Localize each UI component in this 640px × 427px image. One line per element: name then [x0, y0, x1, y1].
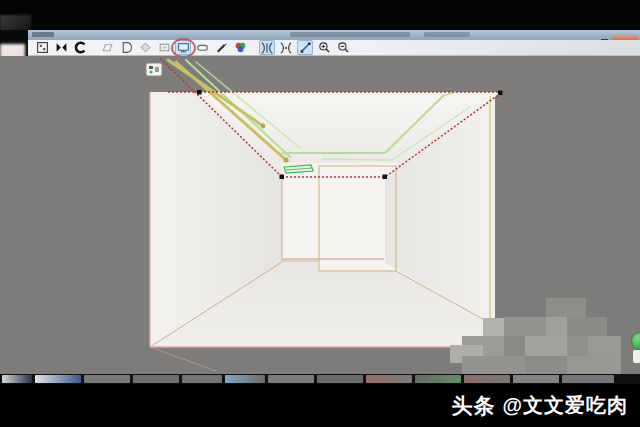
butterfly-left-icon[interactable]	[259, 40, 275, 55]
taskbar-button[interactable]	[182, 375, 222, 383]
photo-canvas[interactable]	[150, 92, 500, 371]
taskbar-button[interactable]	[415, 375, 461, 383]
titlebar-title-smudge-2	[424, 32, 470, 37]
parallelogram-icon[interactable]	[99, 40, 115, 55]
diamond-icon[interactable]	[137, 40, 153, 55]
rotate-icon[interactable]	[72, 40, 88, 55]
taskbar-button[interactable]	[464, 375, 510, 383]
screenshot-root: { "watermark": { "brand": "头条", "account…	[0, 0, 640, 427]
photo-match-scene	[0, 56, 640, 374]
taskbar-button[interactable]	[513, 375, 559, 383]
bottom-watermark-bar: 头条 @文文爱吃肉	[0, 384, 640, 427]
taskbar-button[interactable]	[133, 375, 179, 383]
titlebar-text-smudge	[32, 32, 54, 37]
watermark-brand: 头条	[451, 392, 495, 420]
diagonal-measure-icon[interactable]	[297, 40, 313, 55]
sheet-icon[interactable]	[118, 40, 134, 55]
taskbar-button[interactable]	[268, 375, 314, 383]
flip-bowtie-icon[interactable]	[53, 40, 69, 55]
model-green-box[interactable]	[284, 165, 313, 173]
taskbar-button[interactable]	[225, 375, 265, 383]
taskbar-button[interactable]	[562, 375, 614, 383]
floating-white-chip	[633, 350, 640, 363]
butterfly-right-icon[interactable]	[278, 40, 294, 55]
zoom-in-icon[interactable]	[316, 40, 332, 55]
taskbar-button[interactable]	[366, 375, 412, 383]
frame-icon[interactable]	[156, 40, 172, 55]
taskbar-button[interactable]	[84, 375, 130, 383]
photo-boundary-extension	[150, 347, 216, 371]
taskbar-button[interactable]	[2, 375, 32, 383]
main-toolbar	[28, 40, 640, 56]
window-titlebar	[28, 30, 640, 40]
pill-icon[interactable]	[194, 40, 210, 55]
watermark-account: @文文爱吃肉	[502, 392, 628, 419]
top-black-bar	[0, 0, 640, 30]
color-wheel-icon[interactable]	[232, 40, 248, 55]
tool-cursor-badge	[146, 63, 162, 76]
monitor-icon[interactable]	[175, 40, 191, 55]
select-region-icon[interactable]	[34, 40, 50, 55]
taskbar-button[interactable]	[317, 375, 363, 383]
room-back-wall	[282, 163, 397, 272]
modeling-workspace[interactable]	[0, 56, 640, 374]
zoom-out-icon[interactable]	[335, 40, 351, 55]
taskbar-button[interactable]	[35, 375, 81, 383]
titlebar-title-smudge	[290, 32, 410, 37]
taskbar	[0, 374, 640, 384]
pencil-icon[interactable]	[213, 40, 229, 55]
